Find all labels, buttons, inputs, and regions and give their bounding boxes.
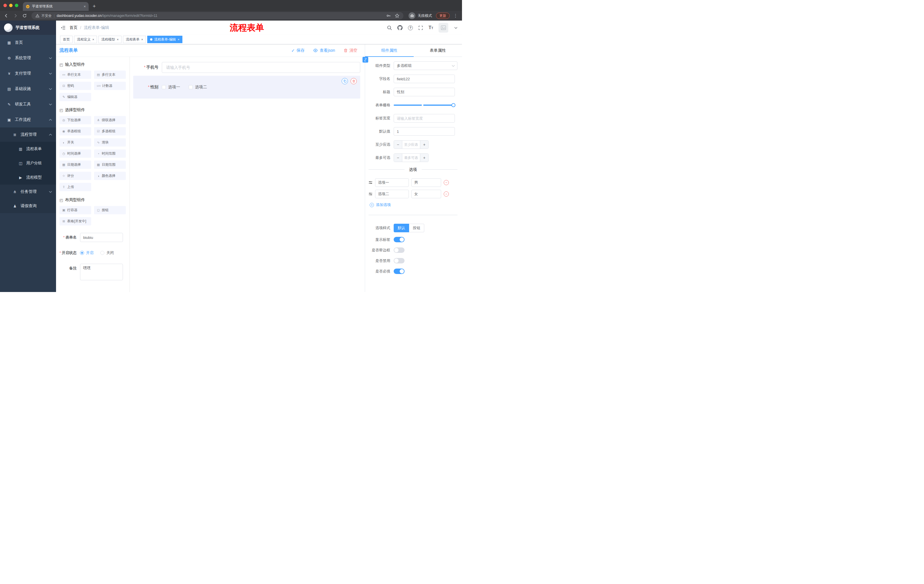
window-close-button[interactable] <box>3 4 7 7</box>
decrease-button[interactable]: − <box>394 141 402 148</box>
style-button-button[interactable]: 按钮 <box>409 224 424 232</box>
palette-item-cascader[interactable]: ⋔级联选择 <box>94 116 126 124</box>
title-input[interactable] <box>394 88 455 96</box>
min-select-value[interactable]: 至少应选 <box>402 141 420 148</box>
reload-icon[interactable] <box>21 12 28 19</box>
url-text[interactable]: dashboard.yudao.iocoder.cn/bpm/manager/f… <box>57 14 157 18</box>
sidebar-item-system[interactable]: ⚙ 系统管理 <box>0 50 56 66</box>
sidebar-item-process-management[interactable]: ≣ 流程管理 <box>0 127 56 142</box>
phone-input[interactable] <box>162 62 360 73</box>
style-default-button[interactable]: 默认 <box>394 224 409 232</box>
form-canvas[interactable]: *手机号 *性别 <box>130 57 365 292</box>
checkbox-box[interactable] <box>189 85 193 89</box>
sidebar-item-leave-query[interactable]: ♟ 请假查询 <box>0 199 56 213</box>
palette-item-upload[interactable]: ⇧上传 <box>59 183 91 191</box>
required-toggle[interactable] <box>394 268 404 274</box>
palette-item-date-picker[interactable]: ▦日期选择 <box>59 161 91 169</box>
tab-component-props[interactable]: 组件属性 <box>365 44 414 57</box>
palette-item-color-picker[interactable]: ◑颜色选择 <box>94 172 126 180</box>
sidebar-item-process-model[interactable]: ▶ 流程模型 <box>0 170 56 184</box>
option-label-input[interactable] <box>375 190 409 198</box>
palette-item-multi-text[interactable]: ▤多行文本 <box>94 71 126 79</box>
sidebar-item-infrastructure[interactable]: ▤ 基础设施 <box>0 81 56 97</box>
tag-home[interactable]: 首页 <box>60 36 73 43</box>
component-type-select[interactable]: 多选框组 <box>394 61 457 70</box>
font-size-icon[interactable]: TT <box>429 25 433 30</box>
form-name-input[interactable] <box>80 233 123 242</box>
clear-button[interactable]: 清空 <box>344 48 357 53</box>
browser-tab[interactable]: 芋道管理系统 × <box>23 2 89 11</box>
password-key-icon[interactable] <box>386 13 391 18</box>
palette-item-password[interactable]: ⊡密码 <box>59 82 91 90</box>
show-label-toggle[interactable] <box>394 237 404 242</box>
tag-process-form-edit[interactable]: 流程表单-编辑 × <box>147 36 182 43</box>
close-icon[interactable]: × <box>141 38 143 41</box>
tab-close-icon[interactable]: × <box>84 4 86 8</box>
github-icon[interactable] <box>398 25 403 30</box>
field-name-input[interactable] <box>394 74 455 83</box>
breadcrumb-home[interactable]: 首页 <box>69 25 78 30</box>
palette-item-slider[interactable]: ∿滑块 <box>94 138 126 146</box>
checkbox-option-2[interactable]: 选项二 <box>189 85 207 90</box>
sidebar-item-process-form[interactable]: ▥ 流程表单 <box>0 142 56 156</box>
option-label-input[interactable] <box>375 178 409 187</box>
browser-menu-icon[interactable]: ⋮ <box>452 13 459 18</box>
new-tab-button[interactable]: + <box>92 3 96 10</box>
back-icon[interactable] <box>3 12 10 19</box>
radio-status-on[interactable]: 开启 <box>80 250 94 255</box>
max-select-value[interactable]: 最多可选 <box>402 154 420 162</box>
user-avatar[interactable] <box>439 23 448 33</box>
tag-process-form[interactable]: 流程表单 × <box>123 36 146 43</box>
canvas-field-gender-selected[interactable]: *性别 选项一 选项二 <box>133 76 360 99</box>
palette-item-single-text[interactable]: ▭单行文本 <box>59 71 91 79</box>
palette-item-editor[interactable]: ✎编辑器 <box>59 93 91 101</box>
tag-process-definition[interactable]: 流程定义 × <box>74 36 97 43</box>
decrease-button[interactable]: − <box>394 154 402 162</box>
form-grid-slider[interactable] <box>394 101 455 109</box>
window-zoom-button[interactable] <box>15 4 18 7</box>
radio-status-off[interactable]: 关闭 <box>101 250 114 255</box>
disabled-toggle[interactable] <box>394 258 404 263</box>
save-button[interactable]: ✓ 保存 <box>291 48 305 53</box>
close-icon[interactable]: × <box>92 38 94 41</box>
close-icon[interactable]: × <box>117 38 118 41</box>
sidebar-item-devtools[interactable]: ✎ 研发工具 <box>0 97 56 112</box>
sidebar-item-payment[interactable]: ¥ 支付管理 <box>0 66 56 81</box>
delete-component-button[interactable] <box>350 78 357 84</box>
panel-link-handle[interactable] <box>363 57 368 63</box>
help-icon[interactable]: ? <box>408 25 413 30</box>
checkbox-option-1[interactable]: 选项一 <box>162 85 180 90</box>
slider-track[interactable] <box>394 105 455 106</box>
fullscreen-icon[interactable] <box>418 25 423 30</box>
palette-item-select[interactable]: ◎下拉选择 <box>59 116 91 124</box>
app-logo[interactable]: 芋道管理系统 <box>0 21 56 35</box>
view-json-button[interactable]: 查看json <box>313 48 335 53</box>
tag-process-model[interactable]: 流程模型 × <box>98 36 121 43</box>
option-value-input[interactable] <box>411 178 441 187</box>
add-option-button[interactable]: + 添加选项 <box>370 202 457 207</box>
slider-handle[interactable] <box>451 103 455 107</box>
avatar-caret-icon[interactable] <box>454 27 457 29</box>
drag-handle-icon[interactable] <box>368 181 373 184</box>
sidebar-collapse-icon[interactable] <box>61 25 66 30</box>
sidebar-item-home[interactable]: ▦ 首页 <box>0 35 56 50</box>
sidebar-item-task-management[interactable]: ⋔ 任务管理 <box>0 184 56 199</box>
checkbox-box[interactable] <box>162 85 166 89</box>
bookmark-star-icon[interactable] <box>395 13 399 18</box>
forward-icon[interactable] <box>12 12 19 19</box>
label-width-input[interactable] <box>394 114 455 123</box>
search-icon[interactable] <box>387 25 392 30</box>
palette-item-rate[interactable]: ☆评分 <box>59 172 91 180</box>
close-icon[interactable]: × <box>178 38 179 41</box>
canvas-field-phone[interactable]: *手机号 <box>133 62 360 73</box>
duplicate-component-button[interactable] <box>342 78 348 84</box>
palette-item-switch[interactable]: ◐开关 <box>59 138 91 146</box>
palette-item-row-container[interactable]: ▣行容器 <box>59 206 91 214</box>
palette-item-time-picker[interactable]: ◷时间选择 <box>59 150 91 158</box>
tab-form-props[interactable]: 表单属性 <box>414 44 462 57</box>
palette-item-table[interactable]: ⊞表格[开发中] <box>59 217 91 225</box>
palette-item-date-range[interactable]: ▩日期范围 <box>94 161 126 169</box>
palette-item-counter[interactable]: 123计数器 <box>94 82 126 90</box>
drag-handle-icon[interactable] <box>368 192 373 196</box>
browser-update-button[interactable]: 更新 <box>436 13 450 19</box>
